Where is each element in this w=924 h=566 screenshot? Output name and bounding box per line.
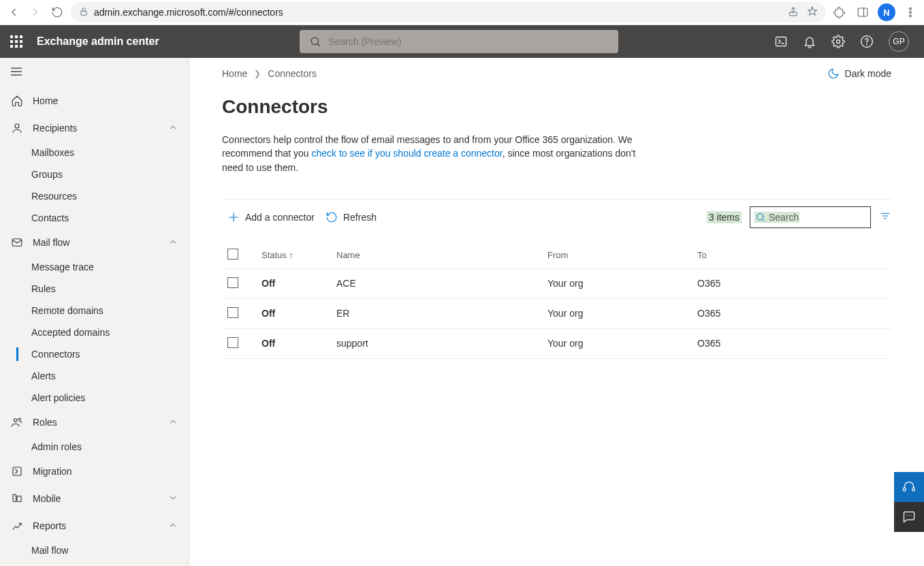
global-search-input[interactable] xyxy=(328,36,609,47)
row-checkbox[interactable] xyxy=(227,307,238,318)
sidebar-item-mobile[interactable]: Mobile xyxy=(0,485,189,512)
hamburger-icon[interactable] xyxy=(10,65,23,80)
sidebar-item-connectors[interactable]: Connectors xyxy=(0,343,189,365)
chevron-icon xyxy=(168,520,178,532)
home-icon xyxy=(11,95,23,107)
item-count: 3 items xyxy=(707,211,742,223)
cloud-shell-icon[interactable] xyxy=(774,35,788,48)
svg-line-8 xyxy=(318,44,320,46)
notifications-icon[interactable] xyxy=(803,35,816,48)
col-status[interactable]: Status xyxy=(261,250,287,260)
svg-point-20 xyxy=(18,418,20,420)
svg-point-4 xyxy=(910,7,912,10)
sidebar-item-mailboxes[interactable]: Mailboxes xyxy=(0,142,189,163)
dark-mode-toggle[interactable]: Dark mode xyxy=(827,67,891,80)
sort-asc-icon: ↑ xyxy=(289,250,293,260)
feedback-button[interactable] xyxy=(894,502,924,532)
moon-icon xyxy=(827,67,840,80)
select-all-checkbox[interactable] xyxy=(227,249,238,260)
refresh-icon xyxy=(325,211,338,223)
address-bar[interactable]: admin.exchange.microsoft.com/#/connector… xyxy=(71,2,826,22)
sidebar-item-recipients[interactable]: Recipients xyxy=(0,114,189,142)
extensions-icon[interactable] xyxy=(831,4,848,20)
sidebar-item-rules[interactable]: Rules xyxy=(0,278,189,300)
svg-rect-2 xyxy=(858,8,867,16)
svg-rect-22 xyxy=(13,494,16,502)
sidebar-item-contacts[interactable]: Contacts xyxy=(0,207,189,229)
svg-point-11 xyxy=(837,40,840,44)
cell-status: Off xyxy=(256,298,331,328)
sidebar-item-mail-flow[interactable]: Mail flow xyxy=(0,539,189,561)
reports-icon xyxy=(11,520,23,532)
reload-icon[interactable] xyxy=(49,4,65,20)
sidebar-item-remote-domains[interactable]: Remote domains xyxy=(0,300,189,321)
check-connector-link[interactable]: check to see if you should create a conn… xyxy=(312,148,503,159)
browser-menu-icon[interactable] xyxy=(902,4,919,20)
support-button[interactable] xyxy=(894,472,924,502)
chevron-icon xyxy=(168,123,178,134)
star-icon[interactable] xyxy=(807,6,818,19)
roles-icon xyxy=(11,416,23,428)
browser-profile-avatar[interactable]: N xyxy=(878,3,895,21)
table-search[interactable]: Search xyxy=(750,206,871,228)
svg-rect-23 xyxy=(17,496,21,501)
sidebar: HomeRecipientsMailboxesGroupsResourcesCo… xyxy=(0,58,189,566)
share-icon[interactable] xyxy=(788,6,799,19)
svg-rect-0 xyxy=(81,11,86,15)
sidebar-item-alert-policies[interactable]: Alert policies xyxy=(0,387,189,409)
cell-name: ER xyxy=(331,298,542,328)
panel-icon[interactable] xyxy=(855,4,871,20)
back-icon[interactable] xyxy=(5,4,22,20)
svg-point-6 xyxy=(910,15,912,17)
sidebar-item-message-trace[interactable]: Message trace xyxy=(0,256,189,278)
cell-name: support xyxy=(331,328,542,358)
svg-rect-32 xyxy=(912,488,914,491)
search-icon xyxy=(309,35,321,48)
svg-point-17 xyxy=(15,124,19,128)
migration-icon xyxy=(11,465,23,477)
refresh-button[interactable]: Refresh xyxy=(320,207,382,227)
settings-icon[interactable] xyxy=(831,35,845,48)
sidebar-item-resources[interactable]: Resources xyxy=(0,185,189,207)
lock-icon xyxy=(79,7,89,18)
app-launcher-icon[interactable] xyxy=(0,25,33,58)
svg-rect-9 xyxy=(776,37,786,46)
svg-point-5 xyxy=(910,12,912,14)
page-description: Connectors help control the flow of emai… xyxy=(222,133,644,174)
breadcrumb-home[interactable]: Home xyxy=(222,68,247,79)
chevron-icon xyxy=(168,237,178,249)
cell-from: Your org xyxy=(542,328,692,358)
col-to[interactable]: To xyxy=(692,242,891,269)
svg-line-27 xyxy=(763,219,765,221)
sidebar-item-groups[interactable]: Groups xyxy=(0,163,189,185)
sidebar-item-alerts[interactable]: Alerts xyxy=(0,365,189,387)
table-row[interactable]: OffACEYour orgO365 xyxy=(222,268,891,298)
url-text: admin.exchange.microsoft.com/#/connector… xyxy=(94,7,283,18)
sidebar-item-roles[interactable]: Roles xyxy=(0,409,189,436)
help-icon[interactable] xyxy=(860,35,874,48)
sidebar-item-accepted-domains[interactable]: Accepted domains xyxy=(0,321,189,343)
main-content: Home ❯ Connectors Dark mode Connectors C… xyxy=(189,58,924,566)
table-row[interactable]: OffERYour orgO365 xyxy=(222,298,891,328)
cell-from: Your org xyxy=(542,268,692,298)
global-search[interactable] xyxy=(300,30,618,53)
cell-to: O365 xyxy=(692,328,891,358)
filter-icon[interactable] xyxy=(879,210,891,224)
forward-icon[interactable] xyxy=(27,4,44,20)
sidebar-item-home[interactable]: Home xyxy=(0,87,189,114)
row-checkbox[interactable] xyxy=(227,277,238,288)
add-connector-button[interactable]: Add a connector xyxy=(222,207,320,227)
col-name[interactable]: Name xyxy=(331,242,542,269)
row-checkbox[interactable] xyxy=(227,337,238,348)
col-from[interactable]: From xyxy=(542,242,692,269)
toolbar: Add a connector Refresh 3 items Search xyxy=(222,199,891,228)
sidebar-item-migration[interactable]: Migration xyxy=(0,458,189,485)
account-avatar[interactable]: GP xyxy=(889,31,909,52)
svg-rect-31 xyxy=(904,488,906,491)
sidebar-item-mail-flow[interactable]: Mail flow xyxy=(0,229,189,256)
cell-to: O365 xyxy=(692,268,891,298)
sidebar-item-reports[interactable]: Reports xyxy=(0,512,189,539)
table-row[interactable]: OffsupportYour orgO365 xyxy=(222,328,891,358)
dark-mode-label: Dark mode xyxy=(845,68,891,79)
sidebar-item-admin-roles[interactable]: Admin roles xyxy=(0,436,189,458)
